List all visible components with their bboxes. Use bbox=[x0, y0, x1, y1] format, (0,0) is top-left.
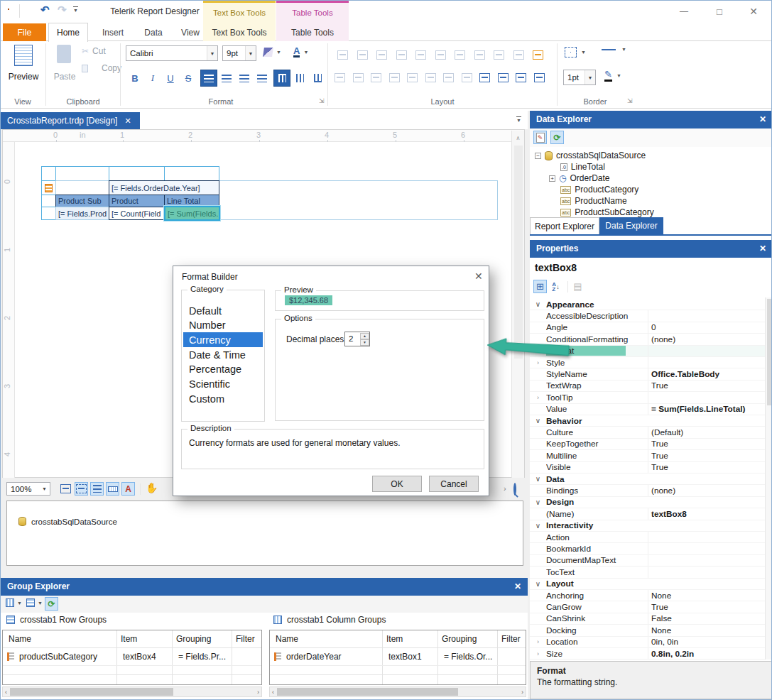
tab-textbox-tools[interactable]: Text Box Tools bbox=[203, 23, 276, 41]
increase-vertical-spacing-icon[interactable] bbox=[425, 73, 436, 82]
increase-horizontal-spacing-icon[interactable] bbox=[353, 73, 364, 82]
refresh-datasource-button[interactable]: ⟳ bbox=[550, 131, 564, 144]
table-row[interactable]: orderDateYear textBox1 = Fields.Or... bbox=[270, 647, 526, 666]
property-value[interactable]: True bbox=[648, 439, 765, 449]
crosstab-value-productsub[interactable]: [= Fields.Prod bbox=[55, 207, 109, 220]
column-header-filter[interactable]: Filter bbox=[501, 630, 521, 647]
property-value[interactable] bbox=[648, 310, 765, 321]
property-row-Bindings[interactable]: Bindings(none) bbox=[530, 485, 765, 496]
property-category-Design[interactable]: ∨Design bbox=[530, 497, 765, 508]
font-size-combo[interactable]: 9pt▼ bbox=[222, 45, 256, 61]
crosstab-header-product[interactable]: Product bbox=[109, 195, 165, 207]
align-centers-icon[interactable] bbox=[357, 50, 368, 60]
property-value[interactable]: True bbox=[648, 381, 765, 391]
category-option-Number[interactable]: Number bbox=[183, 318, 263, 333]
show-sections-toggle[interactable] bbox=[90, 482, 104, 496]
crosstab-value-sum-selected[interactable]: [= Sum(Fields. bbox=[164, 206, 220, 221]
document-tab-close-icon[interactable]: ✕ bbox=[124, 116, 131, 126]
ok-button[interactable]: OK bbox=[372, 476, 422, 492]
crosstab-header-productsub[interactable]: Product Sub bbox=[55, 195, 109, 207]
align-left-button[interactable] bbox=[200, 70, 217, 87]
expand-icon[interactable]: › bbox=[530, 638, 546, 645]
collapse-icon[interactable]: ∨ bbox=[530, 475, 546, 483]
spinner-up-icon[interactable]: ▲ bbox=[360, 333, 369, 339]
crosstab-column-handle[interactable] bbox=[109, 166, 165, 181]
remove-vertical-spacing-icon[interactable] bbox=[462, 73, 472, 82]
group-list-button[interactable]: ▼ bbox=[26, 598, 43, 607]
collapse-icon[interactable]: ∨ bbox=[530, 417, 546, 425]
property-category-Data[interactable]: ∨Data bbox=[530, 474, 765, 485]
cancel-button[interactable]: Cancel bbox=[429, 476, 479, 492]
row-groups-hscrollbar[interactable]: ‹› bbox=[2, 687, 262, 697]
strikethrough-button[interactable]: S bbox=[180, 70, 196, 87]
datasource-item[interactable]: crosstabSqlDataSource bbox=[18, 517, 117, 526]
decrease-vertical-spacing-icon[interactable] bbox=[443, 73, 454, 82]
border-width-caret-icon[interactable]: ▼ bbox=[585, 70, 595, 84]
show-grid-toggle[interactable] bbox=[59, 482, 72, 496]
format-dialog-launcher-icon[interactable]: ⇲ bbox=[319, 97, 325, 104]
copy-button[interactable]: Copy bbox=[82, 63, 121, 73]
zoom-caret-icon[interactable]: ▼ bbox=[39, 483, 50, 495]
property-row-StyleName[interactable]: StyleNameOffice.TableBody bbox=[530, 368, 765, 380]
property-category-Layout[interactable]: ∨Layout bbox=[530, 579, 765, 590]
dialog-close-icon[interactable]: ✕ bbox=[474, 270, 483, 282]
valign-bottom-button[interactable] bbox=[309, 70, 326, 87]
property-row-KeepTogether[interactable]: KeepTogetherTrue bbox=[530, 439, 765, 450]
expand-icon[interactable]: + bbox=[549, 175, 555, 182]
align-center-button[interactable] bbox=[218, 70, 235, 87]
tab-insert[interactable]: Insert bbox=[93, 23, 133, 41]
scroll-up-icon[interactable]: ∧ bbox=[512, 131, 524, 141]
property-row-Size[interactable]: ›Size0.8in, 0.2in bbox=[530, 648, 765, 660]
border-style-button[interactable]: ▼ bbox=[565, 47, 586, 58]
align-right-edges-icon[interactable] bbox=[376, 50, 387, 60]
property-value[interactable]: 0.8in, 0.2in bbox=[648, 648, 765, 659]
paste-button[interactable]: Paste bbox=[50, 43, 79, 94]
scroll-left-icon[interactable]: ‹ bbox=[5, 689, 7, 696]
property-row-Docking[interactable]: DockingNone bbox=[530, 625, 765, 636]
center-in-container-icon[interactable] bbox=[498, 73, 509, 82]
property-value[interactable]: = Sum(Fields.LineTotal) bbox=[648, 404, 765, 415]
tree-item-orderdate[interactable]: +◷OrderDate bbox=[549, 173, 610, 184]
align-middles-icon[interactable] bbox=[415, 50, 426, 60]
property-category-Interactivity[interactable]: ∨Interactivity bbox=[530, 520, 765, 532]
border-style-caret-icon[interactable]: ▼ bbox=[581, 50, 586, 55]
make-same-size-icon[interactable] bbox=[494, 50, 504, 60]
scroll-right-icon[interactable]: › bbox=[521, 689, 523, 696]
italic-button[interactable]: I bbox=[145, 70, 161, 87]
crosstab-column-handle[interactable] bbox=[164, 166, 219, 181]
property-row-BookmarkId[interactable]: BookmarkId bbox=[530, 543, 765, 554]
font-size-caret-icon[interactable]: ▼ bbox=[245, 46, 256, 60]
preview-button[interactable]: Preview bbox=[6, 43, 40, 94]
category-option-Custom[interactable]: Custom bbox=[183, 391, 263, 406]
border-line-button[interactable]: ▼ bbox=[602, 47, 626, 52]
property-category-Behavior[interactable]: ∨Behavior bbox=[530, 415, 765, 427]
property-value[interactable]: None bbox=[648, 625, 765, 635]
crosstab-cell-empty[interactable] bbox=[55, 180, 109, 195]
window-list-icon[interactable]: ▼ bbox=[516, 116, 521, 124]
table-select-icon[interactable] bbox=[45, 184, 53, 192]
snap-to-grid-icon[interactable] bbox=[533, 50, 543, 60]
scrollbar-thumb[interactable] bbox=[767, 299, 772, 405]
snap-to-grid-toggle[interactable] bbox=[75, 482, 88, 496]
tree-item-productname[interactable]: abcProductName bbox=[560, 195, 627, 207]
property-row-Angle[interactable]: Angle0 bbox=[530, 322, 765, 334]
property-value[interactable]: None bbox=[648, 590, 765, 601]
tab-file[interactable]: File bbox=[3, 23, 46, 41]
crosstab-value-count[interactable]: [= Count(Field bbox=[109, 207, 165, 220]
property-value[interactable] bbox=[648, 543, 765, 554]
property-row-Action[interactable]: Action bbox=[530, 532, 765, 543]
property-value[interactable]: True bbox=[648, 462, 765, 473]
group-explorer-close-icon[interactable]: ✕ bbox=[514, 578, 521, 596]
tree-item-datasource[interactable]: −crosstabSqlDataSource bbox=[535, 150, 646, 161]
maximize-button[interactable]: □ bbox=[707, 1, 732, 22]
property-value[interactable]: 0 bbox=[648, 322, 765, 333]
property-value[interactable] bbox=[648, 346, 765, 356]
property-value[interactable] bbox=[648, 555, 765, 566]
column-header-filter[interactable]: Filter bbox=[236, 630, 255, 647]
property-row-Anchoring[interactable]: AnchoringNone bbox=[530, 590, 765, 601]
spinner-down-icon[interactable]: ▼ bbox=[360, 339, 369, 346]
column-header-grouping[interactable]: Grouping bbox=[176, 630, 211, 647]
align-left-edges-icon[interactable] bbox=[337, 50, 348, 60]
category-option-Currency[interactable]: Currency bbox=[183, 332, 263, 347]
bring-to-front-icon[interactable] bbox=[516, 73, 526, 82]
